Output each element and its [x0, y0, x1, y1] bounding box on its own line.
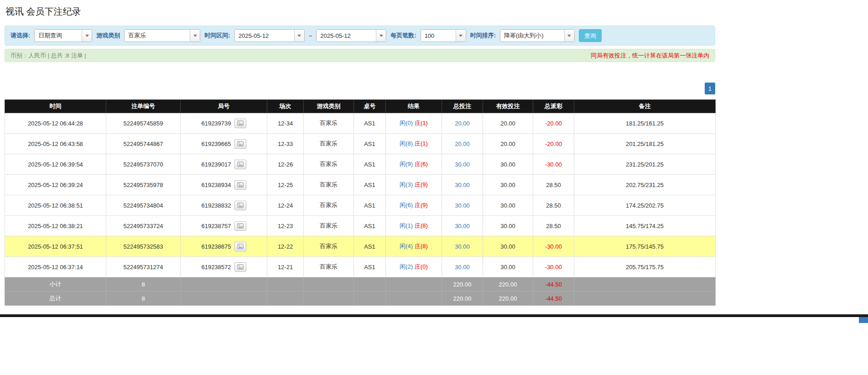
bet-time: 2025-05-12 06:44:28 — [28, 120, 83, 127]
table-number: AS1 — [364, 264, 375, 271]
cell-remark: 202.75/231.25 — [574, 175, 716, 195]
cell-round-id: 619239739 — [181, 113, 267, 134]
cell-empty — [354, 292, 386, 306]
chevron-down-icon — [193, 35, 197, 37]
view-round-result-button[interactable] — [234, 160, 246, 169]
bet-time: 2025-05-12 06:37:51 — [28, 243, 83, 250]
table-row: 2025-05-12 06:37:51 522495732583 6192386… — [5, 236, 716, 257]
cell-total-bet: 30.00 — [442, 236, 483, 257]
date-mode-dropdown-button[interactable] — [82, 30, 92, 42]
table-header-row: 时间注单编号局号场次游戏类别桌号结果总投注有效投注总派彩备注 — [5, 100, 716, 113]
bet-id: 522495733724 — [124, 223, 163, 229]
subtotal-count: 8 — [106, 277, 181, 292]
bet-records-table: 时间注单编号局号场次游戏类别桌号结果总投注有效投注总派彩备注 2025-05-1… — [5, 99, 716, 306]
cell-time: 2025-05-12 06:44:28 — [5, 113, 106, 134]
total-bet-link[interactable]: 30.00 — [455, 243, 470, 250]
date-to-input[interactable] — [317, 30, 376, 42]
total-bet-link[interactable]: 20.00 — [455, 141, 470, 147]
total-bet-link[interactable]: 30.00 — [455, 182, 470, 188]
page-size-dropdown-button[interactable] — [456, 30, 466, 42]
game-type-select — [124, 29, 200, 42]
cell-empty — [304, 277, 354, 292]
view-round-result-button[interactable] — [234, 201, 246, 210]
bet-id: 522495745859 — [124, 120, 163, 127]
cell-total-bet: 30.00 — [442, 257, 483, 277]
cell-result: 闲(1)庄(8) — [386, 216, 442, 236]
view-round-result-button[interactable] — [234, 119, 246, 128]
sort-dropdown-button[interactable] — [564, 30, 574, 42]
result-banker: 庄(1) — [415, 140, 428, 147]
date-from-picker — [234, 29, 305, 42]
page-size-input[interactable] — [421, 30, 456, 42]
table-body: 2025-05-12 06:44:28 522495745859 6192397… — [5, 113, 716, 277]
subtotal-valid-bet: 220.00 — [483, 277, 533, 292]
cell-result: 闲(2)庄(0) — [386, 257, 442, 277]
result-player: 闲(6) — [400, 202, 413, 208]
result-banker: 庄(9) — [415, 181, 428, 188]
cell-payout: -30.00 — [533, 257, 574, 277]
result-banker: 庄(9) — [415, 202, 428, 208]
cell-bet-id: 522495731274 — [106, 257, 181, 277]
cell-valid-bet: 20.00 — [483, 113, 533, 134]
summary-currency-count: 币别：人民币 | 总共 :8 注单 | — [10, 52, 86, 60]
cell-time: 2025-05-12 06:39:54 — [5, 154, 106, 175]
game-type: 百家乐 — [320, 222, 338, 229]
game-type-input[interactable] — [125, 30, 190, 42]
cell-time: 2025-05-12 06:38:51 — [5, 195, 106, 216]
cell-total-bet: 30.00 — [442, 216, 483, 236]
table-row: 2025-05-12 06:38:21 522495733724 6192387… — [5, 216, 716, 236]
game-type: 百家乐 — [320, 120, 338, 126]
page-size-label: 每页笔数: — [390, 31, 416, 40]
round-id: 619238832 — [201, 202, 231, 209]
page-button-1[interactable]: 1 — [705, 83, 715, 94]
result-player: 闲(8) — [400, 140, 413, 147]
remark: 205.75/175.75 — [626, 264, 664, 271]
cell-session: 12-34 — [267, 113, 304, 134]
game-type-dropdown-button[interactable] — [190, 30, 200, 42]
page-content: 视讯 会员下注纪录 请选择: 游戏类别 时间区间: ~ 每页笔数: 时间排序: — [0, 0, 715, 306]
cell-valid-bet: 30.00 — [483, 216, 533, 236]
bet-id: 522495734804 — [124, 202, 163, 209]
total-count: 8 — [106, 292, 181, 306]
total-bet-link[interactable]: 30.00 — [455, 223, 470, 229]
cell-valid-bet: 20.00 — [483, 134, 533, 154]
view-round-result-button[interactable] — [234, 221, 246, 231]
total-bet-link[interactable]: 30.00 — [455, 161, 470, 168]
time-range-label: 时间区间: — [204, 31, 230, 40]
bet-id: 522495731274 — [124, 264, 163, 271]
view-round-result-button[interactable] — [234, 262, 246, 272]
cell-round-id: 619238934 — [181, 175, 267, 195]
cell-payout: -20.00 — [533, 134, 574, 154]
total-bet-link[interactable]: 30.00 — [455, 264, 470, 271]
total-bet-link[interactable]: 20.00 — [455, 120, 470, 127]
round-result-image-icon — [237, 161, 244, 167]
date-from-input[interactable] — [235, 30, 294, 42]
view-round-result-button[interactable] — [234, 242, 246, 251]
sort-input[interactable] — [500, 30, 564, 42]
cell-result: 闲(6)庄(9) — [386, 195, 442, 216]
bet-time: 2025-05-12 06:37:14 — [28, 264, 83, 271]
cell-time: 2025-05-12 06:37:51 — [5, 236, 106, 257]
total-bet-link[interactable]: 30.00 — [455, 202, 470, 209]
table-number: AS1 — [364, 223, 375, 229]
session-number: 12-25 — [278, 182, 293, 188]
table-number: AS1 — [364, 161, 375, 168]
date-to-picker — [316, 29, 386, 42]
date-mode-input[interactable] — [35, 30, 82, 42]
date-mode-select — [34, 29, 92, 42]
cell-round-id: 619239017 — [181, 154, 267, 175]
round-result-image-icon — [237, 223, 244, 229]
round-result-image-icon — [237, 182, 244, 188]
footer-corner-button[interactable] — [859, 317, 868, 323]
view-round-result-button[interactable] — [234, 139, 246, 149]
bet-id: 522495735978 — [124, 182, 163, 188]
cell-total-bet: 30.00 — [442, 195, 483, 216]
round-id: 619238757 — [201, 223, 231, 229]
bet-time: 2025-05-12 06:38:51 — [28, 202, 83, 209]
date-to-dropdown-button[interactable] — [376, 30, 386, 42]
view-round-result-button[interactable] — [234, 180, 246, 190]
cell-valid-bet: 30.00 — [483, 154, 533, 175]
cell-session: 12-21 — [267, 257, 304, 277]
search-button[interactable]: 查询 — [579, 29, 602, 42]
date-from-dropdown-button[interactable] — [294, 30, 304, 42]
